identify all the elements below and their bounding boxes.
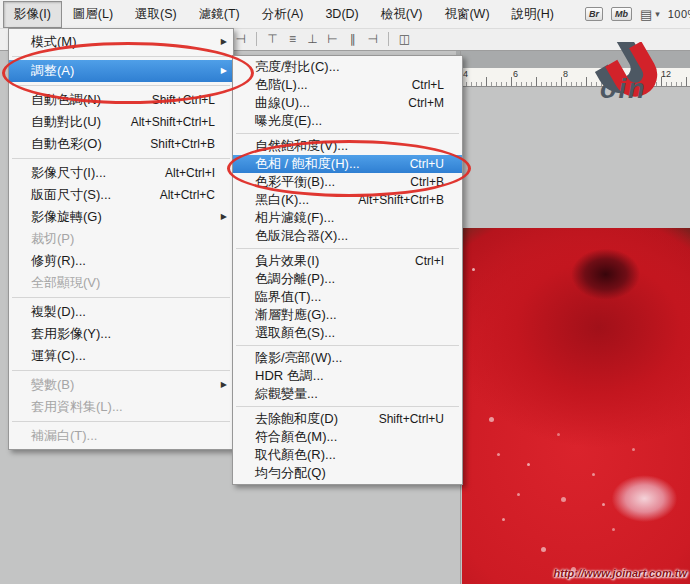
align-vertical-centers-icon[interactable]: ≡ [285,31,300,47]
menu-item: 全部顯現(V) [9,272,233,294]
menu-item[interactable]: 均勻分配(Q) [233,464,462,482]
menu-item-label: 符合顏色(M)... [255,428,337,446]
menubar-item[interactable]: 說明(H) [501,1,565,28]
bridge-button[interactable]: Br [585,7,603,21]
menu-item[interactable]: HDR 色調... [233,367,462,385]
submenu-arrow-icon: ▶ [217,60,227,82]
menu-item-label: 均勻分配(Q) [255,464,326,482]
menu-item[interactable]: 自動對比(U)Alt+Shift+Ctrl+L [9,111,233,133]
menu-item[interactable]: 綜觀變量... [233,385,462,403]
menu-item[interactable]: 套用影像(Y)... [9,323,233,345]
arrange-documents-button[interactable]: ▤▾ [640,8,660,21]
menu-item[interactable]: 色階(L)...Ctrl+L [233,76,462,94]
menu-item-label: 陰影/亮部(W)... [255,349,342,367]
menu-item-shortcut: Shift+Ctrl+B [102,133,229,155]
menu-separator [12,421,230,422]
auto-align-layers-icon[interactable]: ◫ [397,31,412,47]
menu-item-label: 調整(A) [31,60,74,82]
menu-item[interactable]: 運算(C)... [9,345,233,367]
ruler-tick-label: 6 [513,69,518,79]
menu-item[interactable]: 複製(D)... [9,301,233,323]
menu-item-label: 自動色彩(O) [31,133,102,155]
menu-item[interactable]: 色相 / 飽和度(H)...Ctrl+U [233,155,462,173]
menu-item-shortcut: Alt+Ctrl+C [111,184,229,206]
menu-separator [12,158,230,159]
submenu-arrow-icon: ▶ [217,206,227,228]
menu-item-shortcut: Ctrl+I [319,252,458,270]
menu-item[interactable]: 色彩平衡(B)...Ctrl+B [233,173,462,191]
menu-item-label: 色彩平衡(B)... [255,173,335,191]
menu-item-label: 取代顏色(R)... [255,446,336,464]
menu-item[interactable]: 曝光度(E)... [233,112,462,130]
distribute-vertical-centers-icon[interactable]: ∥ [345,31,360,47]
menu-item[interactable]: 自動色彩(O)Shift+Ctrl+B [9,133,233,155]
menu-item[interactable]: 相片濾鏡(F)... [233,209,462,227]
menu-item: 變數(B)▶ [9,374,233,396]
menubar-item[interactable]: 選取(S) [124,1,188,28]
menu-item[interactable]: 模式(M)▶ [9,31,233,53]
menu-item[interactable]: 調整(A)▶ [9,60,233,82]
zoom-level-select[interactable]: 100%▾ [668,8,690,20]
menu-item: 套用資料集(L)... [9,396,233,418]
distribute-top-edges-icon[interactable]: ⊢ [325,31,340,47]
menu-item-label: 色調分離(P)... [255,270,335,288]
menu-item[interactable]: 漸層對應(G)... [233,306,462,324]
menubar-item[interactable]: 濾鏡(T) [188,1,251,28]
align-top-edges-icon[interactable]: ⊤ [265,31,280,47]
menu-item: 補漏白(T)... [9,425,233,447]
menu-item-label: 複製(D)... [31,301,86,323]
arrange-documents-button-icon: ▤ [640,8,652,21]
menu-item[interactable]: 曲線(U)...Ctrl+M [233,94,462,112]
menu-item-label: 補漏白(T)... [31,425,97,447]
menu-item[interactable]: 版面尺寸(S)...Alt+Ctrl+C [9,184,233,206]
menu-item[interactable]: 符合顏色(M)... [233,428,462,446]
menubar-item[interactable]: 影像(I) [3,1,62,28]
menu-separator [12,370,230,371]
menu-item[interactable]: 陰影/亮部(W)... [233,349,462,367]
menu-item[interactable]: 選取顏色(S)... [233,324,462,342]
menu-item-label: 去除飽和度(D) [255,410,338,428]
menu-item[interactable]: 負片效果(I)Ctrl+I [233,252,462,270]
menu-item[interactable]: 影像尺寸(I)...Alt+Ctrl+I [9,162,233,184]
menu-item[interactable]: 影像旋轉(G)▶ [9,206,233,228]
photoshop-window: 影像(I)圖層(L)選取(S)濾鏡(T)分析(A)3D(D)檢視(V)視窗(W)… [0,0,690,584]
submenu-arrow-icon: ▶ [217,31,227,53]
menubar-item[interactable]: 分析(A) [251,1,315,28]
document-canvas-image[interactable]: http://www.joinart.com.tw [462,228,690,584]
menu-item-shortcut: Shift+Ctrl+U [338,410,458,428]
menu-item-label: 版面尺寸(S)... [31,184,111,206]
menu-item-label: 色版混合器(X)... [255,227,348,245]
menu-item-label: 漸層對應(G)... [255,306,337,324]
menu-item[interactable]: 自然飽和度(V)... [233,137,462,155]
mini-bridge-button[interactable]: Mb [611,7,632,21]
menubar-item[interactable]: 圖層(L) [62,1,124,28]
menubar-item[interactable]: 視窗(W) [433,1,500,28]
zoom-level-value: 100% [668,8,690,20]
menu-item[interactable]: 臨界值(T)... [233,288,462,306]
menu-item[interactable]: 自動色調(N)Shift+Ctrl+L [9,89,233,111]
menubar-item[interactable]: 3D(D) [314,2,369,26]
menu-item[interactable]: 取代顏色(R)... [233,446,462,464]
chevron-down-icon: ▾ [655,9,660,19]
menu-item-shortcut: Shift+Ctrl+L [101,89,229,111]
menubar-item[interactable]: 檢視(V) [370,1,434,28]
menu-item[interactable]: 色版混合器(X)... [233,227,462,245]
distribute-bottom-edges-icon[interactable]: ⊣ [365,31,380,47]
mini-bridge-button-icon: Mb [611,7,632,21]
menu-item[interactable]: 黑白(K)...Alt+Shift+Ctrl+B [233,191,462,209]
menu-item[interactable]: 亮度/對比(C)... [233,58,462,76]
menu-item[interactable]: 色調分離(P)... [233,270,462,288]
menu-item-label: 模式(M) [31,31,77,53]
align-bottom-edges-icon[interactable]: ⊥ [305,31,320,47]
toolbar-separator [388,32,389,46]
align-left-edges-icon[interactable]: ⊣ [233,31,248,47]
menu-item-label: 全部顯現(V) [31,272,100,294]
menu-item[interactable]: 去除飽和度(D)Shift+Ctrl+U [233,410,462,428]
menubar: 影像(I)圖層(L)選取(S)濾鏡(T)分析(A)3D(D)檢視(V)視窗(W)… [0,0,690,29]
menu-item-label: 修剪(R)... [31,250,86,272]
menu-item[interactable]: 修剪(R)... [9,250,233,272]
menu-separator [236,406,459,407]
menu-item-shortcut: Alt+Shift+Ctrl+L [101,111,229,133]
menu-item-label: 運算(C)... [31,345,86,367]
menu-item-label: 變數(B) [31,374,74,396]
